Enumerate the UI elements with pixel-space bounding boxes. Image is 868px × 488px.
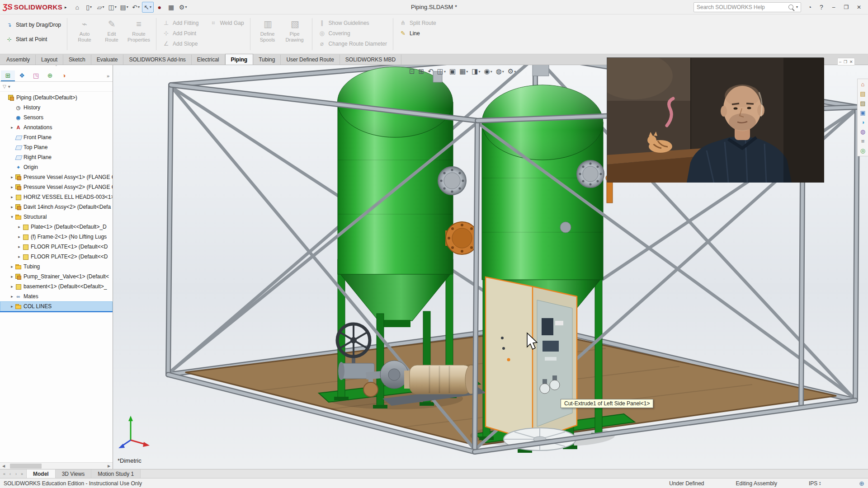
- auto-route-button[interactable]: ⌁AutoRoute: [71, 18, 98, 53]
- open-icon[interactable]: ▱▾: [95, 2, 107, 13]
- add-point-button[interactable]: ⊹Add Point: [160, 28, 200, 38]
- solidworks-resources-icon[interactable]: ⌂: [861, 81, 865, 87]
- dropdown-caret-icon[interactable]: ▾: [90, 5, 92, 9]
- help-icon[interactable]: ?: [816, 2, 827, 13]
- tree-item-frame-2[interactable]: ▸(f) Frame-2<1> (No Lifting Lugs: [0, 232, 113, 242]
- dropdown-caret-icon[interactable]: ▾: [479, 70, 481, 74]
- orange-manway-flange[interactable]: [445, 222, 478, 254]
- tree-expand-arrow-icon[interactable]: ▸: [9, 175, 15, 179]
- tree-item-plate-1[interactable]: ▸Plate<1> (Default<<Default>_D: [0, 222, 113, 232]
- tree-item-floor-plate-2[interactable]: ▸FLOOR PLATE<2> (Default<<D: [0, 252, 113, 262]
- globe-icon[interactable]: ⊕: [859, 480, 864, 487]
- configurationmanager-tab[interactable]: ◳: [29, 70, 43, 81]
- tree-item-tubing[interactable]: ▸Tubing: [0, 262, 113, 272]
- previous-view-icon[interactable]: ↶: [426, 66, 435, 76]
- overlay-restore-icon[interactable]: ❐: [844, 60, 847, 64]
- add-fitting-button[interactable]: ⊥Add Fitting: [160, 18, 200, 28]
- tab-user-defined-route[interactable]: User Defined Route: [281, 55, 340, 65]
- start-at-point-button[interactable]: ⊹Start at Point: [4, 34, 63, 44]
- weld-gap-button[interactable]: ⌗Weld Gap: [208, 18, 245, 28]
- design-library-icon[interactable]: ▤: [860, 91, 865, 97]
- tab-solidworks-add-ins[interactable]: SOLIDWORKS Add-Ins: [123, 55, 191, 65]
- appearances-icon[interactable]: ◑: [861, 119, 865, 125]
- undo-icon[interactable]: ↶▾: [130, 2, 142, 13]
- tab-nav-icon-0[interactable]: «: [1, 472, 7, 476]
- logo-flyout-arrow-icon[interactable]: ▸: [65, 5, 67, 9]
- tree-horizontal-scrollbar[interactable]: ◀ ▶: [0, 462, 113, 469]
- tree-expand-arrow-icon[interactable]: ▸: [9, 185, 15, 189]
- tab-evaluate[interactable]: Evaluate: [91, 55, 124, 65]
- dropdown-caret-icon[interactable]: ▾: [514, 70, 516, 74]
- close-icon[interactable]: ✕: [853, 2, 865, 13]
- annotation-view-icon[interactable]: ▣: [448, 66, 457, 76]
- propertymanager-tab[interactable]: ❖: [15, 70, 29, 81]
- rollback-bar[interactable]: [0, 311, 113, 312]
- tab-assembly[interactable]: Assembly: [1, 55, 36, 65]
- section-view-icon[interactable]: ◫▾: [436, 66, 447, 76]
- tree-expand-arrow-icon[interactable]: ▸: [16, 254, 22, 259]
- dropdown-caret-icon[interactable]: ▾: [138, 5, 140, 9]
- view-settings-icon[interactable]: ⚙▾: [506, 66, 517, 76]
- restore-icon[interactable]: ❐: [840, 2, 853, 13]
- view-orientation-icon[interactable]: ▦▾: [458, 66, 469, 76]
- dropdown-caret-icon[interactable]: ▾: [115, 5, 117, 9]
- dropdown-caret-icon[interactable]: ▾: [491, 70, 492, 74]
- 3d-views-tab[interactable]: 3D Views: [56, 469, 91, 478]
- home-icon[interactable]: ⌂: [71, 2, 83, 13]
- tree-expand-arrow-icon[interactable]: ▸: [16, 244, 22, 249]
- featuremanager-tab[interactable]: ⊞: [1, 70, 15, 81]
- tree-expand-arrow-icon[interactable]: ▸: [9, 264, 15, 269]
- tab-nav-icon-2[interactable]: ›: [13, 472, 19, 476]
- options-icon[interactable]: ⚙▾: [177, 2, 189, 13]
- search-icon[interactable]: [788, 5, 793, 9]
- dropdown-caret-icon[interactable]: ▾: [502, 70, 504, 74]
- tab-solidworks-mbd[interactable]: SOLIDWORKS MBD: [340, 55, 401, 65]
- tree-expand-arrow-icon[interactable]: ▸: [9, 294, 15, 299]
- route-properties-button[interactable]: ≡RouteProperties: [126, 18, 152, 53]
- tree-item-pressure-vessel-2[interactable]: ▸Pressure Vessel Assy<2> (FLANGE C: [0, 182, 113, 192]
- bronze-strainer[interactable]: [363, 382, 378, 397]
- tree-item-top-plane[interactable]: Top Plane: [0, 142, 113, 152]
- dropdown-caret-icon[interactable]: ▾: [102, 5, 104, 9]
- tree-item-horiz-vessel[interactable]: ▸HORIZ VESSEL ELL HEADS-003<1> -: [0, 192, 113, 202]
- tree-expand-arrow-icon[interactable]: ▸: [9, 195, 15, 199]
- minimize-icon[interactable]: –: [827, 2, 840, 13]
- tab-nav-icon-1[interactable]: ‹: [7, 472, 13, 476]
- dropdown-caret-icon[interactable]: ▾: [444, 70, 446, 74]
- hide-show-icon[interactable]: ◉▾: [483, 66, 494, 76]
- side-flange-right-vessel[interactable]: [577, 160, 604, 188]
- solidworks-logo[interactable]: ƷS SOLIDWORKS ▸: [3, 3, 67, 12]
- tree-expand-arrow-icon[interactable]: ▸: [9, 125, 15, 130]
- pipe-drawing-button[interactable]: ▧PipeDrawing: [282, 18, 308, 53]
- tree-expand-arrow-icon[interactable]: ▸: [9, 284, 15, 289]
- help-search-box[interactable]: ▾: [693, 2, 801, 12]
- tab-sketch[interactable]: Sketch: [63, 55, 91, 65]
- tab-tubing[interactable]: Tubing: [253, 55, 281, 65]
- tab-electrical[interactable]: Electrical: [192, 55, 225, 65]
- tab-layout[interactable]: Layout: [36, 55, 63, 65]
- tree-item-piping-root[interactable]: Piping (Default<Default>): [0, 93, 113, 103]
- scroll-right-icon[interactable]: ▶: [105, 464, 113, 468]
- evaluate-icon[interactable]: ▦: [165, 2, 177, 13]
- save-icon[interactable]: ◫▾: [107, 2, 118, 13]
- filter-caret-icon[interactable]: ▾: [8, 84, 10, 89]
- dropdown-caret-icon[interactable]: ▾: [185, 5, 187, 9]
- select-icon[interactable]: ↖▾: [142, 2, 154, 13]
- scroll-left-icon[interactable]: ◀: [0, 464, 7, 468]
- zoom-area-icon[interactable]: ⊞: [417, 66, 426, 76]
- model-tab[interactable]: Model: [27, 469, 56, 478]
- line-button[interactable]: ✎Line: [397, 28, 438, 38]
- tree-item-floor-plate-1[interactable]: ▸FLOOR PLATE<1> (Default<<D: [0, 242, 113, 252]
- custom-properties-icon[interactable]: ≡: [861, 138, 865, 144]
- units-caret-icon[interactable]: ▴▾: [819, 481, 821, 486]
- user-icon[interactable]: ◔: [804, 2, 816, 13]
- print-icon[interactable]: ▤▾: [118, 2, 130, 13]
- covering-button[interactable]: ◎Covering: [316, 28, 389, 38]
- overlay-close-icon[interactable]: ✕: [849, 60, 853, 64]
- tree-expand-arrow-icon[interactable]: ▸: [16, 225, 22, 229]
- tree-item-col-lines[interactable]: ▸COL LINES: [0, 301, 113, 311]
- new-document-icon[interactable]: ▯▾: [83, 2, 95, 13]
- tree-item-right-plane[interactable]: Right Plane: [0, 152, 113, 162]
- record-icon[interactable]: ●: [154, 2, 165, 13]
- zoom-fit-icon[interactable]: ⊡: [408, 66, 416, 76]
